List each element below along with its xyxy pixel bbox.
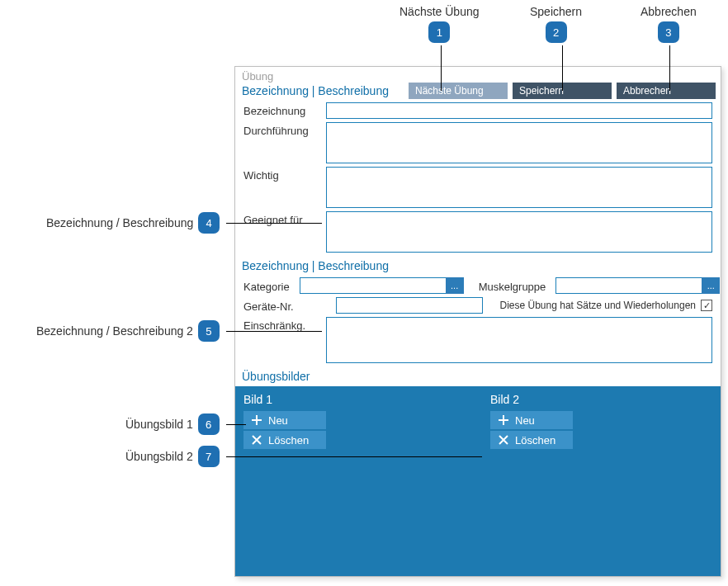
satz-checkbox[interactable]: ✓ — [701, 300, 712, 311]
bild2-title: Bild 2 — [490, 393, 712, 406]
kategorie-picker-button[interactable]: ... — [446, 277, 464, 294]
callout-bubble-5: 5 — [198, 320, 220, 342]
panel-title: Übung — [235, 67, 721, 84]
image-col-1: Bild 1 Neu Löschen — [243, 393, 466, 568]
callout-bubble-2: 2 — [546, 21, 567, 43]
image-col-2: Bild 2 Neu Löschen — [490, 393, 712, 568]
callout-label-6: Übungsbild 1 — [125, 418, 193, 431]
kategorie-input[interactable] — [300, 277, 446, 294]
label-geeignet: Geeignet für — [243, 211, 326, 226]
label-geraet: Geräte-Nr. — [243, 298, 326, 313]
section-header-3: Übungsbilder — [235, 370, 721, 386]
bild1-title: Bild 1 — [243, 393, 466, 406]
bild2-new-label: Neu — [515, 414, 535, 427]
label-satz: Diese Übung hat Sätze und Wiederholungen — [500, 300, 697, 311]
bild1-new-button[interactable]: Neu — [243, 411, 326, 429]
einschr-textarea[interactable] — [326, 317, 712, 363]
label-muskelgruppe: Muskelgruppe — [474, 278, 546, 293]
callout-bubble-3: 3 — [658, 21, 679, 43]
image-section: Bild 1 Neu Löschen Bild 2 Neu — [235, 386, 721, 576]
bild1-delete-label: Löschen — [268, 434, 309, 447]
bild1-new-label: Neu — [268, 414, 288, 427]
geraet-input[interactable] — [336, 297, 483, 314]
x-icon — [250, 433, 263, 447]
label-durchfuehrung: Durchführung — [243, 122, 326, 137]
wichtig-textarea[interactable] — [326, 167, 712, 208]
callout-label-4: Bezeichnung / Beschreibung — [46, 216, 193, 229]
bild1-delete-button[interactable]: Löschen — [243, 431, 326, 449]
section-header-1: Bezeichnung | Beschreibung Nächste Übung… — [235, 84, 721, 101]
plus-icon — [497, 414, 510, 427]
next-exercise-button[interactable]: Nächste Übung — [409, 83, 508, 99]
form-section-2: Kategorie ... Muskelgruppe ... Geräte-Nr… — [235, 276, 721, 370]
callout-bubble-1: 1 — [428, 21, 450, 43]
bild2-delete-button[interactable]: Löschen — [490, 431, 573, 449]
callout-label-3: Abbrechen — [641, 5, 697, 18]
callout-bubble-4: 4 — [198, 212, 220, 234]
callout-label-2: Speichern — [530, 5, 582, 18]
muskelgruppe-picker-button[interactable]: ... — [702, 277, 720, 294]
durchfuehrung-textarea[interactable] — [326, 122, 712, 163]
callout-label-5: Bezeichnung / Beschreibung 2 — [36, 324, 193, 338]
callout-label-7: Übungsbild 2 — [125, 450, 193, 463]
check-icon: ✓ — [703, 300, 711, 311]
callout-label-1: Nächste Übung — [399, 5, 480, 18]
exercise-panel: Übung Bezeichnung | Beschreibung Nächste… — [234, 66, 721, 577]
section1-text: Bezeichnung | Beschreibung — [242, 84, 389, 97]
label-bezeichnung: Bezeichnung — [243, 102, 326, 117]
x-icon — [497, 433, 510, 447]
cancel-button[interactable]: Abbrechen — [617, 83, 716, 99]
bezeichnung-input[interactable] — [326, 102, 712, 119]
section-header-2: Bezeichnung | Beschreibung — [235, 259, 721, 276]
label-einschr: Einschränkg. — [243, 317, 326, 332]
label-wichtig: Wichtig — [243, 167, 326, 182]
muskelgruppe-input[interactable] — [555, 277, 702, 294]
bild2-delete-label: Löschen — [515, 434, 555, 447]
form-section-1: Bezeichnung Durchführung Wichtig Geeigne… — [235, 101, 721, 259]
callout-bubble-7: 7 — [198, 446, 220, 467]
geeignet-textarea[interactable] — [326, 211, 712, 253]
callout-bubble-6: 6 — [198, 414, 220, 435]
plus-icon — [250, 414, 263, 427]
bild2-new-button[interactable]: Neu — [490, 411, 573, 429]
label-kategorie: Kategorie — [243, 278, 290, 293]
